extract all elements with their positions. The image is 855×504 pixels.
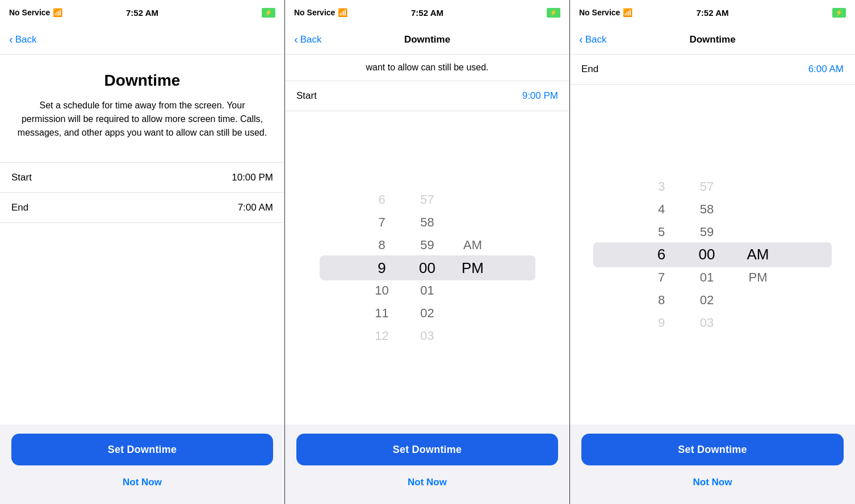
end-value-3: 6:00 AM	[808, 64, 844, 75]
chevron-left-icon-1: ‹	[9, 33, 13, 46]
not-now-button-3[interactable]: Not Now	[689, 472, 737, 493]
picker-minutes-3[interactable]: 57 58 59 00 01 02 03	[684, 175, 730, 334]
picker-min-03-p3: 03	[684, 312, 730, 334]
picker-ampm-filler1	[730, 175, 786, 198]
picker-am-val: AM	[450, 234, 496, 257]
start-value-2: 9:00 PM	[522, 90, 558, 102]
picker-am-p3: AM	[730, 243, 786, 266]
end-label-3: End	[581, 64, 598, 75]
picker-hour-6: 6	[359, 188, 405, 211]
status-time-3: 7:52 AM	[697, 8, 729, 18]
picker-columns-2: 6 7 8 9 10 11 12 57 58 59 00 01	[320, 188, 535, 347]
picker-hour-11: 11	[359, 302, 405, 325]
picker-hour-4: 4	[639, 198, 684, 221]
picker-am-near	[450, 211, 496, 234]
panel-3: No Service 📶 7:52 AM ⚡ ‹ Back Downtime E…	[570, 0, 855, 504]
picker-hour-12: 12	[359, 325, 405, 347]
picker-ampm-filler5	[730, 312, 786, 334]
start-row-2[interactable]: Start 9:00 PM	[285, 81, 569, 111]
picker-ampm-2[interactable]: AM PM	[450, 188, 496, 347]
picker-ampm-filler4	[730, 289, 786, 312]
picker-columns-3: 3 4 5 6 7 8 9 57 58 59 00 01	[593, 175, 832, 334]
picker-min-59: 59	[405, 234, 450, 257]
content-1: Downtime Set a schedule for time away fr…	[0, 54, 284, 425]
status-right-1: ⚡	[262, 8, 275, 18]
status-left-3: No Service 📶	[579, 8, 632, 17]
time-picker-3[interactable]: 3 4 5 6 7 8 9 57 58 59 00 01	[570, 85, 855, 425]
picker-pm-p3: PM	[730, 266, 786, 289]
nav-title-3: Downtime	[689, 34, 735, 45]
bottom-area-1: Set Downtime Not Now	[0, 425, 284, 504]
back-label-1: Back	[15, 34, 37, 45]
back-button-2[interactable]: ‹ Back	[294, 33, 321, 46]
picker-hours-3[interactable]: 3 4 5 6 7 8 9	[639, 175, 684, 334]
picker-pm-filler1	[450, 279, 496, 302]
wifi-icon-1: 📶	[53, 8, 62, 17]
picker-min-00-p3: 00	[684, 243, 730, 266]
picker-hour-6-p3: 6	[639, 243, 684, 266]
picker-am	[450, 188, 496, 211]
battery-icon-2: ⚡	[547, 8, 560, 18]
start-label-1: Start	[11, 172, 32, 183]
picker-hour-5: 5	[639, 221, 684, 243]
set-downtime-button-2[interactable]: Set Downtime	[296, 434, 558, 465]
picker-min-59-p3: 59	[684, 221, 730, 243]
picker-min-57-p3: 57	[684, 175, 730, 198]
back-button-1[interactable]: ‹ Back	[9, 33, 36, 46]
picker-minutes-2[interactable]: 57 58 59 00 01 02 03	[405, 188, 450, 347]
time-picker-2[interactable]: 6 7 8 9 10 11 12 57 58 59 00 01	[285, 111, 569, 425]
signal-text-2: No Service	[294, 8, 335, 17]
back-label-3: Back	[585, 34, 607, 45]
picker-hour-8-p3: 8	[639, 289, 684, 312]
picker-hours-2[interactable]: 6 7 8 9 10 11 12	[359, 188, 405, 347]
picker-ampm-filler2	[730, 198, 786, 221]
content-3: End 6:00 AM 3 4 5 6 7 8 9	[570, 54, 855, 425]
start-row-1[interactable]: Start 10:00 PM	[0, 163, 284, 193]
picker-min-03: 03	[405, 325, 450, 347]
picker-min-58-p3: 58	[684, 198, 730, 221]
picker-hour-9-p3: 9	[639, 312, 684, 334]
picker-ampm-3[interactable]: AM PM	[730, 175, 786, 334]
status-bar-2: No Service 📶 7:52 AM ⚡	[285, 0, 569, 25]
back-button-3[interactable]: ‹ Back	[579, 33, 606, 46]
picker-min-02: 02	[405, 302, 450, 325]
not-now-button-1[interactable]: Not Now	[118, 472, 166, 493]
picker-min-02-p3: 02	[684, 289, 730, 312]
downtime-heading: Downtime	[17, 72, 267, 90]
end-label-1: End	[11, 202, 28, 213]
end-row-1[interactable]: End 7:00 AM	[0, 193, 284, 223]
set-downtime-button-1[interactable]: Set Downtime	[11, 434, 273, 465]
picker-pm-filler2	[450, 302, 496, 325]
nav-bar-1: ‹ Back	[0, 25, 284, 54]
status-time-1: 7:52 AM	[126, 8, 158, 18]
set-downtime-button-3[interactable]: Set Downtime	[581, 434, 844, 465]
battery-icon-1: ⚡	[262, 8, 275, 18]
picker-hour-7: 7	[359, 211, 405, 234]
status-right-2: ⚡	[547, 8, 560, 18]
schedule-section-1: Start 10:00 PM End 7:00 AM	[0, 162, 284, 223]
status-bar-1: No Service 📶 7:52 AM ⚡	[0, 0, 284, 25]
battery-icon-3: ⚡	[832, 8, 846, 18]
picker-hour-3: 3	[639, 175, 684, 198]
status-bar-3: No Service 📶 7:52 AM ⚡	[570, 0, 855, 25]
chevron-left-icon-2: ‹	[294, 33, 298, 46]
content-2: want to allow can still be used. Start 9…	[285, 54, 569, 425]
end-row-3[interactable]: End 6:00 AM	[570, 54, 855, 85]
picker-min-00: 00	[405, 257, 450, 279]
start-label-2: Start	[296, 90, 317, 102]
partial-description-2: want to allow can still be used.	[285, 54, 569, 81]
picker-min-57: 57	[405, 188, 450, 211]
wifi-icon-2: 📶	[338, 8, 347, 17]
nav-title-2: Downtime	[404, 34, 450, 45]
bottom-area-2: Set Downtime Not Now	[285, 425, 569, 504]
picker-pm-filler3	[450, 325, 496, 347]
end-value-1: 7:00 AM	[238, 202, 273, 213]
signal-text-1: No Service	[9, 8, 50, 17]
status-right-3: ⚡	[832, 8, 846, 18]
downtime-description: Set a schedule for time away from the sc…	[17, 99, 267, 140]
not-now-button-2[interactable]: Not Now	[403, 472, 451, 493]
status-left-2: No Service 📶	[294, 8, 347, 17]
nav-bar-3: ‹ Back Downtime	[570, 25, 855, 54]
chevron-left-icon-3: ‹	[579, 33, 583, 46]
nav-bar-2: ‹ Back Downtime	[285, 25, 569, 54]
